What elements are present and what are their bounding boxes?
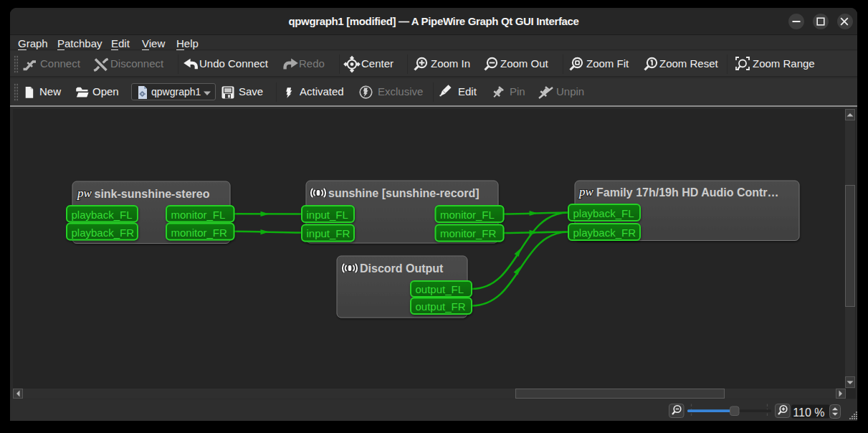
svg-text:110 %: 110 % — [793, 406, 824, 419]
